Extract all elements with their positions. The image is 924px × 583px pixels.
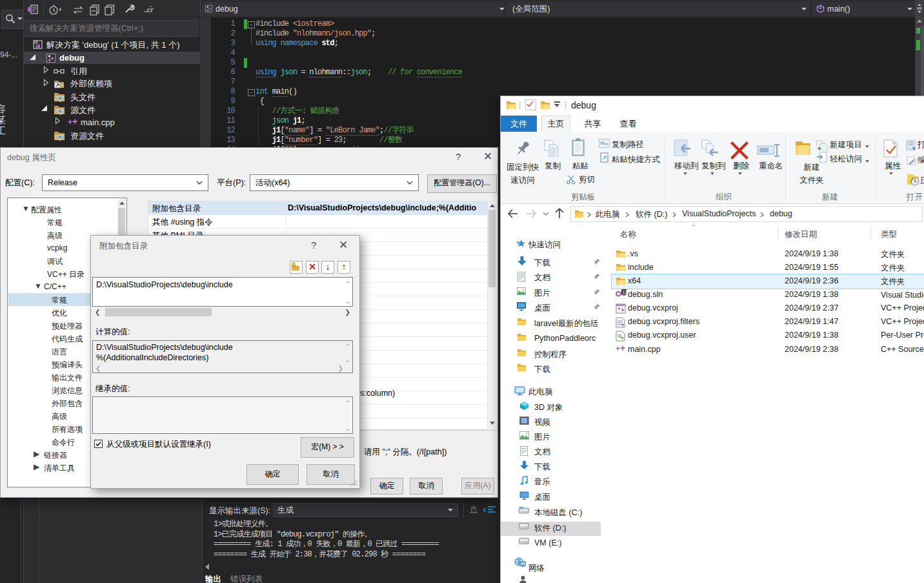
svg-text:W: W — [600, 141, 605, 145]
svg-text:12: 12 — [622, 290, 627, 294]
